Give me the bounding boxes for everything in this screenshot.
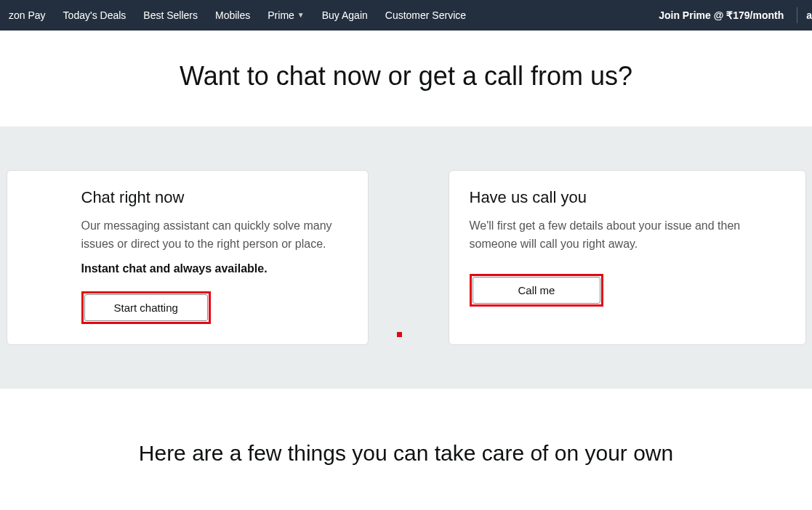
call-me-highlight: Call me: [470, 274, 604, 307]
nav-item-prime[interactable]: Prime ▼: [259, 0, 313, 31]
call-me-button[interactable]: Call me: [473, 277, 601, 304]
chat-card-desc: Our messaging assistant can quickly solv…: [81, 217, 343, 254]
chat-card-strong: Instant chat and always available.: [81, 262, 346, 275]
nav-left: zon Pay Today's Deals Best Sellers Mobil…: [0, 0, 475, 31]
nav-item-bestsellers[interactable]: Best Sellers: [134, 0, 206, 31]
nav-divider: [797, 7, 797, 23]
chat-card: Chat right now Our messaging assistant c…: [7, 170, 369, 345]
nav-item-buyagain[interactable]: Buy Again: [313, 0, 377, 31]
nav-item-prime-label: Prime: [268, 0, 294, 31]
nav-right: Join Prime @ ₹179/month a: [648, 7, 812, 23]
chat-card-title: Chat right now: [81, 188, 346, 207]
nav-item-deals[interactable]: Today's Deals: [55, 0, 135, 31]
chevron-down-icon: ▼: [297, 0, 305, 31]
start-chatting-button[interactable]: Start chatting: [84, 294, 208, 321]
top-nav: zon Pay Today's Deals Best Sellers Mobil…: [0, 0, 812, 31]
call-card-desc: We'll first get a few details about your…: [470, 217, 746, 254]
call-card: Have us call you We'll first get a few d…: [449, 170, 806, 345]
call-card-title: Have us call you: [470, 188, 784, 207]
start-chatting-highlight: Start chatting: [81, 291, 211, 324]
page-title: Want to chat now or get a call from us?: [0, 61, 812, 92]
red-dot-marker: [397, 332, 402, 337]
options-band: Chat right now Our messaging assistant c…: [0, 126, 812, 389]
join-prime-cta[interactable]: Join Prime @ ₹179/month: [648, 9, 794, 21]
brand-fragment: a: [800, 9, 812, 21]
nav-item-customerservice[interactable]: Customer Service: [377, 0, 475, 31]
nav-item-pay[interactable]: zon Pay: [0, 0, 55, 31]
sub-heading: Here are a few things you can take care …: [0, 441, 812, 466]
nav-item-mobiles[interactable]: Mobiles: [206, 0, 259, 31]
